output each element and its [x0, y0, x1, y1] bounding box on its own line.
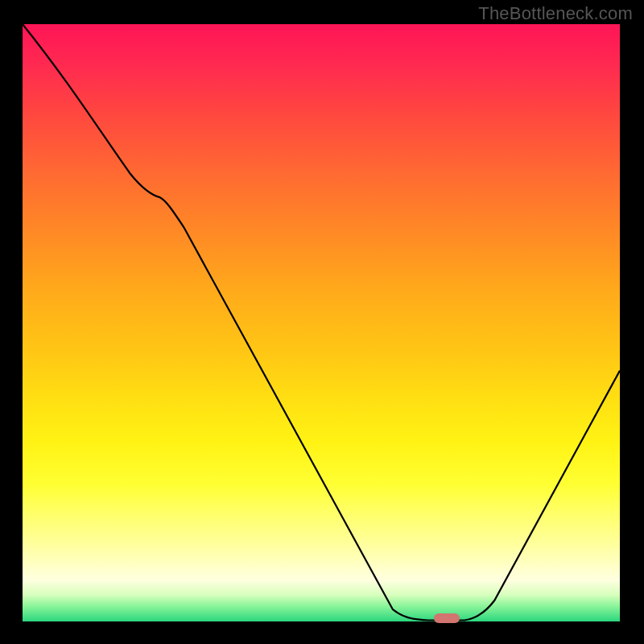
optimum-marker	[434, 613, 460, 623]
bottleneck-curve	[23, 24, 620, 621]
chart-plot-area	[23, 24, 620, 621]
curve-path	[23, 24, 620, 621]
watermark-text: TheBottleneck.com	[478, 3, 633, 24]
